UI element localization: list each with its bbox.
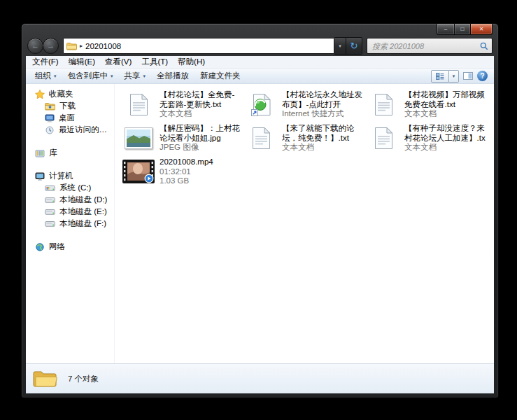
menu-view[interactable]: 查看(V)	[100, 57, 136, 67]
toolbar-organize-label: 组织	[35, 71, 51, 81]
menu-edit[interactable]: 编辑(E)	[64, 57, 100, 67]
sidebar-group-header[interactable]: 计算机	[26, 170, 114, 182]
desktop-background: – □ ✕ ← → ▸ 20201008 ▾ ↻ 文件(F) 编辑(E)	[0, 0, 517, 420]
file-item[interactable]: 【解压密码】：上村花论坛看小姐姐.jpgJPEG 图像	[120, 122, 243, 155]
breadcrumb-separator-icon: ▸	[80, 43, 83, 49]
folder-icon	[66, 42, 77, 50]
address-dropdown-button[interactable]: ▾	[334, 37, 346, 55]
toolbar-right-controls: ▾ ?	[431, 70, 488, 83]
search-icon	[480, 42, 488, 50]
refresh-icon: ↻	[350, 41, 358, 50]
window-controls: – □ ✕	[437, 24, 493, 35]
menu-file[interactable]: 文件(F)	[27, 57, 64, 67]
sidebar-item-label: 本地磁盘 (E:)	[59, 206, 107, 217]
close-button[interactable]: ✕	[471, 24, 493, 35]
toolbar-share-button[interactable]: 共享▾	[119, 69, 152, 83]
search-input[interactable]	[371, 41, 480, 51]
preview-pane-button[interactable]	[463, 72, 473, 80]
sidebar-item[interactable]: 本地磁盘 (D:)	[26, 194, 114, 206]
refresh-button[interactable]: ↻	[346, 37, 362, 55]
toolbar-new-folder-button[interactable]: 新建文件夹	[194, 69, 246, 83]
disk-drive-icon	[45, 208, 55, 216]
chevron-down-icon: ▾	[111, 74, 113, 78]
sidebar-group-header[interactable]: 库	[26, 147, 114, 159]
sidebar-group: 收藏夹下载桌面最近访问的位置	[26, 88, 114, 136]
sidebar-group-label: 收藏夹	[49, 89, 73, 99]
sidebar-item-label: 桌面	[59, 113, 75, 123]
sidebar: 收藏夹下载桌面最近访问的位置库计算机系统 (C:)本地磁盘 (D:)本地磁盘 (…	[26, 84, 115, 363]
sidebar-group-header[interactable]: 收藏夹	[26, 88, 114, 100]
maximize-icon: □	[461, 27, 465, 32]
desktop-icon	[45, 114, 55, 122]
explorer-main-area: 收藏夹下载桌面最近访问的位置库计算机系统 (C:)本地磁盘 (D:)本地磁盘 (…	[26, 84, 494, 363]
file-text: 【村花论坛】全免费-无套路-更新快.txt文本文档	[160, 90, 241, 120]
downloads-folder-icon	[45, 102, 55, 111]
file-detail: 文本文档	[282, 143, 363, 153]
file-name: 【解压密码】：上村花论坛看小姐姐.jpg	[160, 124, 241, 143]
computer-icon	[35, 172, 45, 181]
menu-help[interactable]: 帮助(H)	[173, 57, 210, 67]
menu-tools[interactable]: 工具(T)	[136, 57, 173, 67]
forward-arrow-icon: →	[47, 42, 55, 50]
toolbar-organize-button[interactable]: 组织▾	[29, 69, 62, 83]
file-name: 【有种子却没速度？来村花论坛人工加速】.txt	[404, 124, 486, 143]
toolbar-include-label: 包含到库中	[68, 71, 108, 81]
forward-button[interactable]: →	[43, 38, 59, 54]
sidebar-item[interactable]: 桌面	[26, 112, 114, 124]
sidebar-item[interactable]: 系统 (C:)	[26, 182, 114, 194]
toolbar-play-all-button[interactable]: 全部播放	[151, 69, 194, 83]
file-item[interactable]: 【村花论坛】全免费-无套路-更新快.txt文本文档	[120, 88, 243, 122]
close-icon: ✕	[479, 27, 484, 32]
text-file-icon	[122, 90, 155, 119]
chevron-down-icon: ▾	[143, 74, 146, 78]
file-item[interactable]: 【村花视频】万部视频免费在线看.txt文本文档	[365, 88, 488, 122]
file-detail: JPEG 图像	[160, 143, 241, 153]
sidebar-item[interactable]: 下载	[26, 100, 114, 112]
toolbar-play-all-label: 全部播放	[157, 71, 189, 81]
change-view-dropdown-button[interactable]: ▾	[449, 70, 459, 83]
file-detail: 文本文档	[404, 109, 486, 119]
file-item[interactable]: 【有种子却没速度？来村花论坛人工加速】.txt文本文档	[365, 122, 488, 155]
search-box[interactable]	[367, 38, 493, 54]
item-count: 7 个对象	[68, 374, 99, 384]
network-icon	[35, 243, 45, 251]
file-item[interactable]: 【来了就能下载的论坛，纯免费！】.txt文本文档	[243, 122, 365, 155]
back-button[interactable]: ←	[27, 38, 43, 54]
file-name: 【村花视频】万部视频免费在线看.txt	[404, 90, 486, 109]
command-bar: 组织▾ 包含到库中▾ 共享▾ 全部播放 新建文件夹 ▾ ?	[26, 69, 494, 84]
sidebar-item[interactable]: 最近访问的位置	[26, 124, 114, 136]
text-file-icon	[367, 90, 399, 119]
text-file-icon	[367, 123, 399, 153]
sidebar-group-label: 计算机	[49, 171, 73, 181]
file-detail: 1.03 GB	[160, 176, 213, 186]
file-name: 【村花论坛】全免费-无套路-更新快.txt	[160, 90, 241, 109]
address-bar[interactable]: ▸ 20201008	[63, 38, 334, 54]
system-drive-icon	[45, 184, 55, 192]
maximize-button[interactable]: □	[455, 24, 471, 35]
change-view-button[interactable]	[431, 70, 449, 83]
minimize-button[interactable]: –	[437, 24, 455, 35]
sidebar-group-label: 网络	[49, 241, 65, 252]
help-button[interactable]: ?	[477, 71, 488, 81]
libraries-icon	[35, 149, 45, 158]
sidebar-item-label: 下载	[59, 101, 76, 111]
file-name: 20201008.mp4	[160, 158, 213, 167]
big-folder-icon	[32, 368, 57, 389]
chevron-down-icon: ▾	[339, 43, 341, 49]
toolbar-include-in-library-button[interactable]: 包含到库中▾	[62, 69, 119, 83]
preview-pane-icon	[463, 72, 473, 80]
sidebar-item[interactable]: 本地磁盘 (F:)	[26, 218, 114, 230]
window-client-area: 文件(F) 编辑(E) 查看(V) 工具(T) 帮助(H) 组织▾ 包含到库中▾…	[26, 56, 494, 393]
sidebar-group: 库	[26, 147, 114, 159]
file-text: 【村花视频】万部视频免费在线看.txt文本文档	[404, 90, 486, 120]
recent-places-icon	[45, 126, 55, 134]
sidebar-group-header[interactable]: 网络	[26, 241, 114, 253]
sidebar-item[interactable]: 本地磁盘 (E:)	[26, 206, 114, 218]
file-item[interactable]: 20201008.mp401:32:011.03 GB	[120, 155, 243, 189]
file-item[interactable]: 【村花论坛永久地址发布页】-点此打开Internet 快捷方式	[243, 88, 365, 122]
file-list: 【村花论坛】全免费-无套路-更新快.txt文本文档【村花论坛永久地址发布页】-点…	[115, 84, 494, 363]
breadcrumb-segment[interactable]: 20201008	[85, 42, 121, 50]
chevron-down-icon: ▾	[453, 74, 455, 78]
toolbar-share-label: 共享	[125, 71, 141, 81]
sidebar-item-label: 最近访问的位置	[59, 125, 114, 135]
